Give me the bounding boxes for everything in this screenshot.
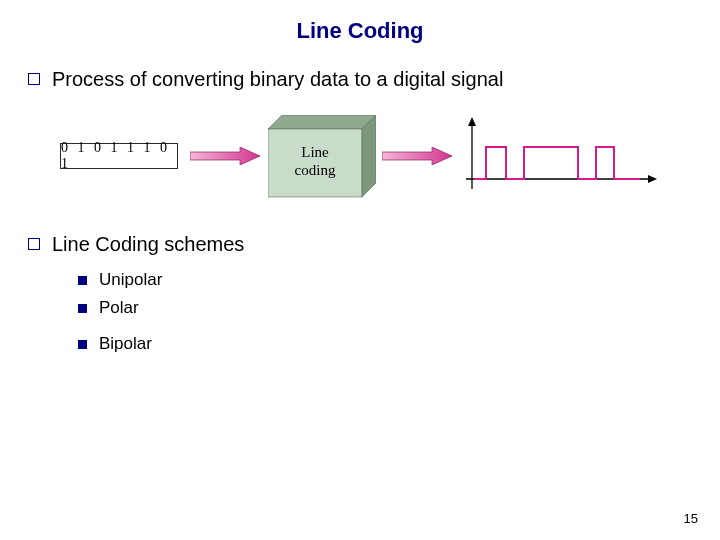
svg-marker-8: [648, 175, 657, 183]
scheme-unipolar: Unipolar: [99, 270, 162, 290]
hollow-bullet-icon: [28, 238, 40, 250]
arrow-icon: [190, 147, 260, 165]
line-coding-cube: Line coding: [268, 115, 376, 199]
bullet-text-1: Process of converting binary data to a d…: [52, 68, 503, 91]
scheme-bipolar: Bipolar: [99, 334, 152, 354]
svg-marker-6: [468, 117, 476, 126]
bullet-item-1: Process of converting binary data to a d…: [28, 68, 720, 91]
svg-marker-0: [190, 147, 260, 165]
list-item: Polar: [78, 298, 720, 318]
schemes-list: Unipolar Polar Bipolar: [78, 270, 720, 354]
cube-label-line1: Line: [301, 144, 329, 160]
page-number: 15: [684, 511, 698, 526]
list-item: Unipolar: [78, 270, 720, 290]
digital-signal-waveform: [462, 117, 657, 197]
scheme-polar: Polar: [99, 298, 139, 318]
arrow-icon: [382, 147, 452, 165]
line-coding-diagram: 0 1 0 1 1 1 0 1 Line coding: [60, 109, 660, 205]
svg-marker-3: [362, 115, 376, 197]
hollow-bullet-icon: [28, 73, 40, 85]
svg-marker-4: [382, 147, 452, 165]
bullet-text-2: Line Coding schemes: [52, 233, 244, 256]
bullet-item-2: Line Coding schemes: [28, 233, 720, 256]
filled-bullet-icon: [78, 276, 87, 285]
list-item: Bipolar: [78, 334, 720, 354]
cube-label-line2: coding: [295, 162, 336, 178]
slide-title: Line Coding: [0, 0, 720, 44]
svg-marker-1: [268, 115, 376, 129]
filled-bullet-icon: [78, 304, 87, 313]
filled-bullet-icon: [78, 340, 87, 349]
binary-data-box: 0 1 0 1 1 1 0 1: [60, 143, 178, 169]
